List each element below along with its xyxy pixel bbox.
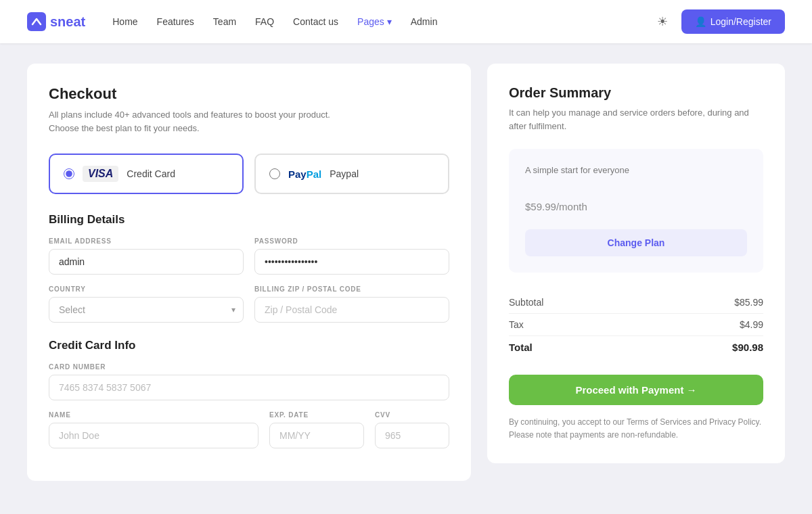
summary-subtitle: It can help you manage and service order…: [509, 106, 763, 133]
navbar: sneat Home Features Team FAQ Contact us …: [0, 0, 812, 43]
email-group: EMAIL ADDRESS: [49, 237, 244, 275]
nav-features[interactable]: Features: [157, 16, 194, 27]
nav-home[interactable]: Home: [112, 16, 137, 27]
summary-title: Order Summary: [509, 85, 763, 101]
plan-box: A simple start for everyone $59.99/month…: [509, 149, 763, 273]
brand-icon: [27, 12, 46, 31]
card-number-group: CARD NUMBER: [49, 363, 449, 400]
billing-details-title: Billing Details: [49, 213, 449, 227]
subtotal-value: $85.99: [734, 297, 763, 308]
proceed-payment-button[interactable]: Proceed with Payment →: [509, 375, 763, 405]
main-content: Checkout All plans include 40+ advanced …: [14, 64, 798, 481]
payment-options: VISA Credit Card PayPal Paypal: [49, 154, 449, 194]
proceed-label: Proceed with Payment →: [575, 384, 696, 396]
card-name-label: NAME: [49, 411, 258, 419]
checkout-title: Checkout: [49, 85, 449, 103]
password-field[interactable]: [254, 249, 449, 275]
paypal-logo: PayPal: [288, 168, 321, 180]
cvv-label: CVV: [375, 411, 449, 419]
paypal-label: Paypal: [330, 168, 359, 179]
zip-label: BILLING ZIP / POSTAL CODE: [254, 285, 449, 293]
nav-admin[interactable]: Admin: [411, 16, 438, 27]
brand-name: sneat: [50, 14, 85, 30]
totals: Subtotal $85.99 Tax $4.99 Total $90.98: [509, 291, 763, 358]
cvv-field[interactable]: [375, 423, 449, 448]
country-select[interactable]: Select United States United Kingdom Cana…: [49, 297, 244, 323]
credit-card-option[interactable]: VISA Credit Card: [49, 154, 244, 194]
exp-date-group: EXP. DATE: [269, 411, 364, 448]
user-icon: 👤: [695, 16, 706, 27]
total-value: $90.98: [732, 342, 763, 353]
billing-details-section: Billing Details EMAIL ADDRESS PASSWORD C…: [49, 213, 449, 323]
credit-card-radio[interactable]: [64, 168, 74, 179]
theme-toggle-button[interactable]: ☀: [654, 11, 671, 32]
nav-pages-label: Pages: [357, 16, 384, 27]
visa-logo: VISA: [83, 166, 118, 182]
email-label: EMAIL ADDRESS: [49, 237, 244, 245]
plan-period: /month: [556, 201, 587, 212]
paypal-option[interactable]: PayPal Paypal: [254, 154, 449, 194]
country-label: COUNTRY: [49, 285, 244, 293]
card-number-field[interactable]: [49, 375, 449, 400]
paypal-radio[interactable]: [269, 168, 280, 179]
checkout-panel: Checkout All plans include 40+ advanced …: [27, 64, 471, 481]
password-group: PASSWORD: [254, 237, 449, 275]
card-number-row: CARD NUMBER: [49, 363, 449, 400]
tax-value: $4.99: [740, 319, 763, 330]
order-summary-panel: Order Summary It can help you manage and…: [487, 64, 785, 463]
subtotal-row: Subtotal $85.99: [509, 291, 763, 314]
tax-row: Tax $4.99: [509, 314, 763, 336]
zip-group: BILLING ZIP / POSTAL CODE: [254, 285, 449, 323]
plan-tagline: A simple start for everyone: [525, 165, 747, 175]
country-select-wrapper: Select United States United Kingdom Cana…: [49, 297, 244, 323]
password-label: PASSWORD: [254, 237, 449, 245]
credit-card-section: Credit Card Info CARD NUMBER NAME EXP. D…: [49, 339, 449, 448]
chevron-down-icon: ▾: [387, 16, 392, 27]
credit-card-title: Credit Card Info: [49, 339, 449, 352]
plan-price: $59.99/month: [525, 181, 747, 216]
billing-row-2: COUNTRY Select United States United King…: [49, 285, 449, 323]
country-group: COUNTRY Select United States United King…: [49, 285, 244, 323]
nav-pages-dropdown[interactable]: Pages ▾: [357, 16, 392, 27]
nav-contact[interactable]: Contact us: [293, 16, 338, 27]
total-label: Total: [509, 342, 533, 353]
credit-card-label: Credit Card: [127, 168, 175, 179]
total-row: Total $90.98: [509, 336, 763, 358]
card-number-label: CARD NUMBER: [49, 363, 449, 371]
nav-right: ☀ 👤 Login/Register: [654, 9, 785, 34]
card-name-group: NAME: [49, 411, 258, 448]
email-field[interactable]: [49, 249, 244, 275]
zip-field[interactable]: [254, 297, 449, 323]
terms-text: By continuing, you accept to our Terms o…: [509, 416, 763, 442]
card-name-field[interactable]: [49, 423, 258, 448]
subtotal-label: Subtotal: [509, 297, 543, 308]
exp-field[interactable]: [269, 423, 364, 448]
change-plan-button[interactable]: Change Plan: [525, 229, 747, 256]
tax-label: Tax: [509, 319, 524, 330]
cvv-group: CVV: [375, 411, 449, 448]
nav-team[interactable]: Team: [213, 16, 236, 27]
checkout-subtitle: All plans include 40+ advanced tools and…: [49, 108, 449, 135]
login-register-button[interactable]: 👤 Login/Register: [681, 9, 785, 34]
login-label: Login/Register: [710, 16, 771, 27]
brand-logo[interactable]: sneat: [27, 12, 85, 31]
billing-row-1: EMAIL ADDRESS PASSWORD: [49, 237, 449, 275]
card-details-row: NAME EXP. DATE CVV: [49, 411, 449, 448]
exp-label: EXP. DATE: [269, 411, 364, 419]
nav-faq[interactable]: FAQ: [255, 16, 274, 27]
nav-links: Home Features Team FAQ Contact us Pages …: [112, 16, 654, 27]
